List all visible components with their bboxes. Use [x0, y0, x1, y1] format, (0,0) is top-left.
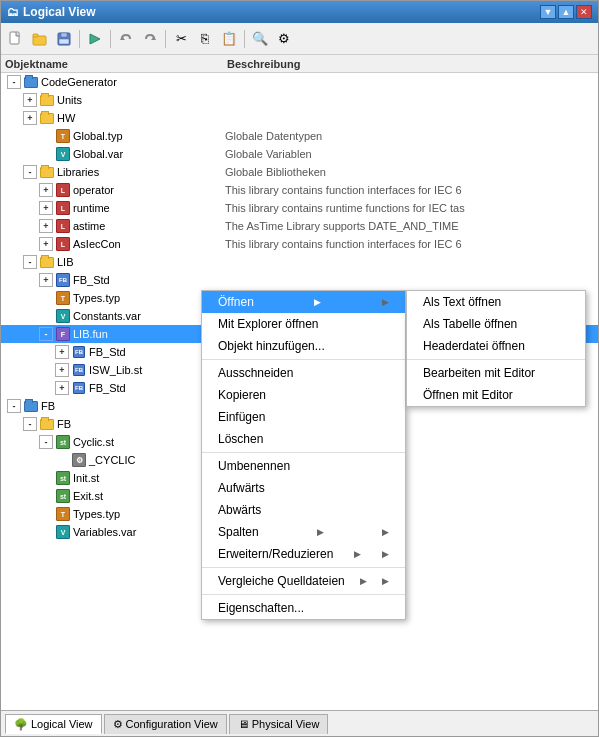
ctx-item-vergleiche[interactable]: Vergleiche Quelldateien ▶ [202, 570, 405, 592]
svg-rect-2 [33, 34, 38, 37]
tab-configuration-view[interactable]: ⚙ Configuration View [104, 714, 227, 734]
ctx-item-kopieren[interactable]: Kopieren [202, 384, 405, 406]
tree-item-libraries[interactable]: - Libraries Globale Bibliotheken [1, 163, 598, 181]
typ-icon-global-typ: T [55, 128, 71, 144]
desc-operator: This library contains function interface… [225, 184, 598, 196]
toggle-isw-lib[interactable]: + [55, 363, 69, 377]
ctx-arrow-oeffnen: ▶ [314, 297, 321, 307]
toggle-operator[interactable]: + [39, 183, 53, 197]
label-hw: HW [57, 112, 75, 124]
ctx-item-einfuegen[interactable]: Einfügen [202, 406, 405, 428]
toggle-fb-std[interactable]: + [39, 273, 53, 287]
desc-runtime: This library contains runtime functions … [225, 202, 598, 214]
desc-astime: The AsTime Library supports DATE_AND_TIM… [225, 220, 598, 232]
desc-asieccon: This library contains function interface… [225, 238, 598, 250]
toggle-lib[interactable]: - [23, 255, 37, 269]
label-isw-lib: ISW_Lib.st [89, 364, 142, 376]
submenu: Als Text öffnen Als Tabelle öffnen Heade… [406, 290, 586, 407]
tree-item-global-typ[interactable]: T Global.typ Globale Datentypen [1, 127, 598, 145]
toolbar-search[interactable]: 🔍 [249, 28, 271, 50]
submenu-label-bearbeiten: Bearbeiten mit Editor [423, 366, 535, 380]
tree-item-asieccon[interactable]: + L AsIecCon This library contains funct… [1, 235, 598, 253]
submenu-item-bearbeiten[interactable]: Bearbeiten mit Editor [407, 362, 585, 384]
toggle-cyclic-st[interactable]: - [39, 435, 53, 449]
toggle-asieccon[interactable]: + [39, 237, 53, 251]
ctx-item-umbenennen[interactable]: Umbenennen [202, 455, 405, 477]
label-astime: astime [73, 220, 105, 232]
toggle-fb-node[interactable]: - [23, 417, 37, 431]
toolbar-undo[interactable] [115, 28, 137, 50]
tree-item-astime[interactable]: + L astime The AsTime Library supports D… [1, 217, 598, 235]
folder-blue-icon [23, 74, 39, 90]
maximize-button[interactable]: ▲ [558, 5, 574, 19]
tree-item-global-var[interactable]: V Global.var Globale Variablen [1, 145, 598, 163]
toggle-fb-std3[interactable]: + [55, 381, 69, 395]
toolbar-paste[interactable]: 📋 [218, 28, 240, 50]
ctx-arrow-spalten: ▶ [317, 527, 324, 537]
tree-item-codegenerator[interactable]: - CodeGenerator [1, 73, 598, 91]
toggle-codegenerator[interactable]: - [7, 75, 21, 89]
submenu-label-als-text: Als Text öffnen [423, 295, 501, 309]
label-lib-fun: LIB.fun [73, 328, 108, 340]
tree-item-lib[interactable]: - LIB [1, 253, 598, 271]
ctx-item-ausschneiden[interactable]: Ausschneiden [202, 362, 405, 384]
desc-global-var: Globale Variablen [225, 148, 598, 160]
submenu-item-oeffnen-editor[interactable]: Öffnen mit Editor [407, 384, 585, 406]
tree-item-operator[interactable]: + L operator This library contains funct… [1, 181, 598, 199]
ctx-item-abwaerts[interactable]: Abwärts [202, 499, 405, 521]
toggle-hw[interactable]: + [23, 111, 37, 125]
label-lib: LIB [57, 256, 74, 268]
label-fb-std2: FB_Std [89, 346, 126, 358]
minimize-button[interactable]: ▼ [540, 5, 556, 19]
tree-item-hw[interactable]: + HW [1, 109, 598, 127]
ctx-item-aufwaerts[interactable]: Aufwärts [202, 477, 405, 499]
ctx-label-umbenennen: Umbenennen [218, 459, 290, 473]
window-title: Logical View [23, 5, 95, 19]
toolbar-save[interactable] [53, 28, 75, 50]
ctx-item-mit-explorer[interactable]: Mit Explorer öffnen [202, 313, 405, 335]
toolbar-copy[interactable]: ⎘ [194, 28, 216, 50]
toggle-astime[interactable]: + [39, 219, 53, 233]
toggle-fb-std2[interactable]: + [55, 345, 69, 359]
toggle-runtime[interactable]: + [39, 201, 53, 215]
toolbar-settings[interactable]: ⚙ [273, 28, 295, 50]
fb-icon-isw-lib: FB [71, 362, 87, 378]
ctx-item-spalten[interactable]: Spalten ▶ [202, 521, 405, 543]
ctx-item-objekt-hinzu[interactable]: Objekt hinzufügen... [202, 335, 405, 357]
lib-icon-operator: L [55, 182, 71, 198]
fb-icon-fb-std2: FB [71, 344, 87, 360]
title-bar: 🗂 Logical View ▼ ▲ ✕ [1, 1, 598, 23]
label-units: Units [57, 94, 82, 106]
submenu-item-als-tabelle[interactable]: Als Tabelle öffnen [407, 313, 585, 335]
ctx-item-loeschen[interactable]: Löschen [202, 428, 405, 450]
ctx-label-abwaerts: Abwärts [218, 503, 261, 517]
submenu-item-als-text[interactable]: Als Text öffnen [407, 291, 585, 313]
toggle-libraries[interactable]: - [23, 165, 37, 179]
toolbar-cut[interactable]: ✂ [170, 28, 192, 50]
close-button[interactable]: ✕ [576, 5, 592, 19]
ctx-item-erweitern[interactable]: Erweitern/Reduzieren ▶ [202, 543, 405, 565]
toolbar-open[interactable] [29, 28, 51, 50]
toolbar-build[interactable] [84, 28, 106, 50]
submenu-item-headerdatei[interactable]: Headerdatei öffnen [407, 335, 585, 357]
submenu-label-als-tabelle: Als Tabelle öffnen [423, 317, 517, 331]
label-init-st: Init.st [73, 472, 99, 484]
tree-item-fb-std[interactable]: + FB FB_Std [1, 271, 598, 289]
ctx-label-loeschen: Löschen [218, 432, 263, 446]
ctx-item-oeffnen[interactable]: Öffnen ▶ [202, 291, 405, 313]
ctx-item-eigenschaften[interactable]: Eigenschaften... [202, 597, 405, 619]
tab-logical-view[interactable]: 🌳 Logical View [5, 714, 102, 734]
toggle-units[interactable]: + [23, 93, 37, 107]
toolbar-new[interactable] [5, 28, 27, 50]
tree-item-runtime[interactable]: + L runtime This library contains runtim… [1, 199, 598, 217]
label-types-typ: Types.typ [73, 292, 120, 304]
label-fb-std3: FB_Std [89, 382, 126, 394]
bottom-tabs: 🌳 Logical View ⚙ Configuration View 🖥 Ph… [1, 710, 598, 736]
toggle-fb-root[interactable]: - [7, 399, 21, 413]
tab-physical-view[interactable]: 🖥 Physical View [229, 714, 329, 734]
toggle-lib-fun[interactable]: - [39, 327, 53, 341]
toolbar-redo[interactable] [139, 28, 161, 50]
label-cyclic-st: Cyclic.st [73, 436, 114, 448]
label-fb-std: FB_Std [73, 274, 110, 286]
tree-item-units[interactable]: + Units [1, 91, 598, 109]
